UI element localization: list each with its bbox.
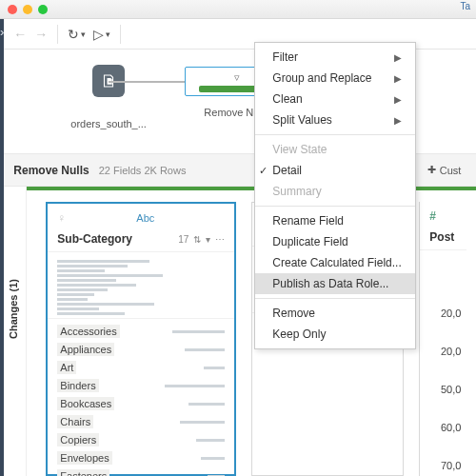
step-name-label: Remove Nulls (13, 164, 89, 177)
value-bar (185, 348, 225, 351)
menu-filter[interactable]: Filter▶ (255, 47, 415, 68)
menu-publish-data-role[interactable]: Publish as Data Role... (255, 273, 415, 294)
close-window-icon[interactable] (8, 5, 17, 14)
value-label: Bookcases (57, 397, 114, 410)
menu-split-values[interactable]: Split Values▶ (255, 109, 415, 130)
menu-detail[interactable]: Detail (255, 160, 415, 181)
menu-group-replace[interactable]: Group and Replace▶ (255, 68, 415, 89)
value-row[interactable]: Art (57, 361, 225, 374)
menu-separator (255, 134, 415, 135)
changes-pane-tab[interactable]: Changes (1) (4, 187, 27, 476)
value-row[interactable]: Envelopes (57, 451, 225, 465)
menu-create-calculated-field[interactable]: Create Calculated Field... (255, 252, 415, 273)
forward-button[interactable]: → (34, 27, 48, 42)
maximize-window-icon[interactable] (38, 5, 48, 14)
submenu-arrow-icon: ▶ (394, 73, 402, 84)
back-button[interactable]: ← (13, 27, 27, 42)
refresh-button[interactable]: ↻▾ (68, 27, 86, 42)
menu-summary: Summary (255, 181, 415, 202)
data-type-string-icon[interactable]: Abc (136, 212, 154, 224)
dropdown-icon[interactable]: ▾ (206, 234, 210, 245)
value-bar (204, 367, 225, 369)
menu-separator (255, 206, 415, 207)
menu-rename-field[interactable]: Rename Field (255, 210, 415, 231)
input-node-label: orders_south_... (70, 118, 147, 129)
value-row[interactable]: Fasteners (57, 469, 225, 476)
value-row[interactable]: 20,0 (420, 307, 466, 319)
value-bar (196, 439, 225, 442)
field-card-sub-category[interactable]: ♀ Abc Sub-Category 17 ⇅ ▾ ⋯ (46, 202, 236, 476)
data-type-number-icon[interactable]: # (429, 209, 436, 223)
value-label: Chairs (57, 415, 93, 428)
field-context-menu: Filter▶ Group and Replace▶ Clean▶ Split … (254, 42, 416, 349)
value-row[interactable]: Binders (57, 379, 225, 392)
value-label: Envelopes (57, 451, 111, 465)
mini-histogram (48, 252, 234, 319)
menu-remove[interactable]: Remove (255, 303, 415, 324)
value-bar (172, 330, 225, 333)
value-row[interactable]: 60,0 (420, 422, 466, 433)
more-options-button[interactable]: ⋯ (215, 234, 225, 245)
value-bar (165, 385, 225, 387)
value-row[interactable]: Chairs (57, 415, 225, 428)
value-bar (188, 403, 225, 406)
value-label: Binders (57, 379, 98, 392)
title-right-text: Ta (460, 1, 470, 11)
menu-clean[interactable]: Clean▶ (255, 89, 415, 109)
value-label: Art (57, 361, 76, 374)
sort-icon[interactable]: ⇅ (193, 234, 201, 245)
flow-connector (109, 81, 185, 83)
submenu-arrow-icon: ▶ (394, 115, 402, 126)
value-label: Copiers (57, 433, 99, 446)
menu-view-state: View State (255, 139, 415, 160)
menu-separator (255, 298, 415, 299)
window-titlebar: Ta (0, 0, 476, 19)
plus-icon: ✚ (427, 164, 436, 176)
minimize-window-icon[interactable] (23, 5, 32, 14)
changes-tab-label: Changes (1) (8, 279, 19, 339)
recommendations-icon[interactable]: ♀ (57, 211, 66, 225)
value-row[interactable]: Appliances (57, 343, 225, 356)
menu-keep-only[interactable]: Keep Only (255, 324, 415, 345)
distinct-count: 17 (178, 234, 188, 245)
value-row[interactable]: Copiers (57, 433, 225, 446)
value-row[interactable]: Accessories (57, 325, 225, 338)
menu-duplicate-field[interactable]: Duplicate Field (255, 231, 415, 252)
value-row[interactable]: 70,0 (420, 460, 466, 471)
value-label: Appliances (57, 343, 114, 356)
field-value-list: 20,020,050,060,070,0 (420, 307, 466, 471)
submenu-arrow-icon: ▶ (394, 52, 402, 63)
value-row[interactable]: Bookcases (57, 397, 225, 410)
field-title: Post (429, 230, 454, 244)
value-row[interactable]: 50,0 (420, 384, 466, 395)
value-bar (201, 457, 225, 460)
run-flow-button[interactable]: ▷▾ (93, 27, 110, 42)
value-label: Accessories (57, 325, 119, 338)
custom-split-button[interactable]: ✚Cust (422, 161, 467, 179)
field-value-list: AccessoriesAppliancesArtBindersBookcases… (48, 319, 234, 476)
field-row-meta: 22 Fields 2K Rows (99, 165, 187, 176)
field-title: Sub-Category (57, 232, 132, 246)
field-card-postal[interactable]: # Post 20,020,050,060,070,0 (419, 202, 466, 476)
submenu-arrow-icon: ▶ (394, 94, 402, 105)
value-row[interactable]: 20,0 (420, 346, 466, 357)
value-label: Fasteners (57, 469, 109, 476)
value-bar (180, 421, 225, 424)
input-node[interactable]: orders_south_... (70, 65, 147, 129)
